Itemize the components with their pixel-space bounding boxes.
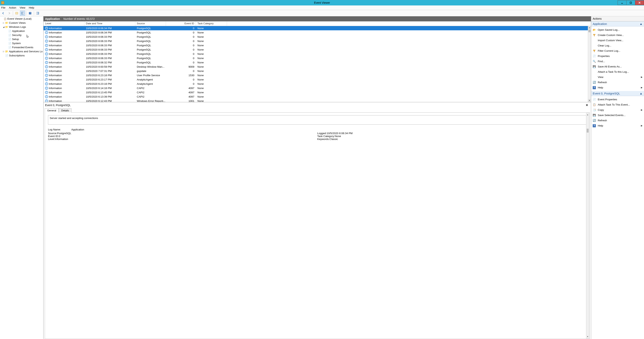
tree-security[interactable]: Security [0, 33, 43, 37]
back-button[interactable] [1, 11, 6, 16]
column-level[interactable]: Level [44, 22, 84, 26]
section-title: Event 0, PostgreSQL [593, 92, 620, 95]
close-button[interactable] [635, 0, 644, 5]
cell-source: Desktop Window Man... [135, 65, 166, 68]
scroll-thumb[interactable] [588, 30, 590, 32]
event-row[interactable]: iInformation10/5/2020 8:06:34 PMPostgreS… [44, 30, 591, 34]
event-row[interactable]: iInformation10/5/2020 8:06:33 PMPostgreS… [44, 56, 591, 60]
tree-setup[interactable]: Setup [0, 37, 43, 41]
tab-details[interactable]: Details [59, 108, 72, 112]
grid-scrollbar[interactable]: ▲ ▼ [588, 26, 591, 102]
action-label: Open Saved Log... [598, 28, 620, 31]
menu-file[interactable]: File [1, 6, 6, 9]
action-item[interactable]: View▶ [591, 74, 644, 80]
cell-level: Information [49, 78, 62, 81]
tree-subscriptions[interactable]: Subscriptions [0, 54, 43, 58]
detail-scrollbar[interactable]: ▲ ▼ [586, 113, 589, 338]
action-item[interactable]: Create Custom View... [591, 32, 644, 38]
detail-close-button[interactable]: ✕ [584, 104, 590, 107]
info-icon: i [45, 82, 48, 85]
event-row[interactable]: iInformation10/5/2020 8:06:33 PMPostgreS… [44, 48, 591, 52]
event-row[interactable]: iInformation10/5/2020 7:07:31 PMgupdate0… [44, 69, 591, 73]
tree-system[interactable]: System [0, 41, 43, 45]
tree-application[interactable]: Application [0, 29, 43, 33]
event-row[interactable]: iInformation10/5/2020 8:06:32 PMPostgreS… [44, 60, 591, 64]
collapse-icon[interactable]: ◢ [2, 26, 5, 28]
tree-apps-services[interactable]: ▷ Applications and Services Lo [0, 49, 43, 54]
action-item[interactable]: 📋Attach Task To This Event... [591, 102, 644, 107]
cell-source: Windows Error Reporti... [135, 100, 166, 102]
menu-help[interactable]: Help [29, 6, 34, 9]
action-item[interactable]: ?Help▶ [591, 123, 644, 128]
help-button[interactable]: ? [28, 11, 33, 16]
tree-forwarded-events[interactable]: Forwarded Events [0, 45, 43, 49]
show-actions-button[interactable] [35, 11, 40, 16]
event-row[interactable]: iInformation10/5/2020 6:13:39 PMCAPI2409… [44, 94, 591, 99]
action-item[interactable]: 📄Properties [591, 54, 644, 59]
column-event-id[interactable]: Event ID [166, 22, 196, 26]
tree-custom-views[interactable]: ▷ Custom Views [0, 21, 43, 25]
event-row[interactable]: iInformation10/5/2020 8:06:33 PMPostgreS… [44, 43, 591, 48]
action-item[interactable]: 🔄Refresh [591, 118, 644, 123]
cell-event-id: 0 [166, 48, 196, 51]
expand-icon[interactable]: ▷ [2, 50, 5, 52]
column-date[interactable]: Date and Time [84, 22, 135, 26]
event-row[interactable]: iInformation10/5/2020 8:00:59 PMDesktop … [44, 64, 591, 69]
action-item[interactable]: 📄Event Properties [591, 97, 644, 102]
cell-event-id: 0 [166, 78, 196, 81]
action-item[interactable]: ?Help▶ [591, 85, 644, 90]
column-task[interactable]: Task Category [196, 22, 227, 26]
action-icon [593, 70, 596, 74]
cell-level: Information [49, 48, 62, 51]
action-item[interactable]: 💾Save All Events As... [591, 64, 644, 69]
action-icon: 🔄 [593, 81, 596, 84]
properties-button[interactable] [14, 11, 19, 16]
maximize-button[interactable] [626, 0, 635, 5]
menu-view[interactable]: View [20, 6, 25, 9]
show-tree-button[interactable] [20, 11, 25, 16]
menu-action[interactable]: Action [9, 6, 16, 9]
event-row[interactable]: iInformation10/5/2020 6:12:43 PMWindows … [44, 99, 591, 102]
help-icon: ? [593, 124, 596, 127]
event-row[interactable]: iInformation10/5/2020 6:14:16 PMCAPI2409… [44, 86, 591, 90]
collapse-icon[interactable]: ▲ [640, 22, 642, 26]
action-item[interactable]: Import Custom View... [591, 38, 644, 43]
column-source[interactable]: Source [135, 22, 166, 26]
event-row[interactable]: iInformation10/5/2020 6:13:45 PMCAPI2409… [44, 90, 591, 94]
scroll-thumb[interactable] [587, 129, 588, 132]
minimize-button[interactable] [618, 0, 626, 5]
tree-windows-logs[interactable]: ◢ Windows Logs [0, 25, 43, 29]
scroll-down-icon[interactable]: ▼ [588, 99, 591, 102]
collapse-icon[interactable]: ▲ [640, 92, 642, 95]
action-item[interactable]: 📂Open Saved Log... [591, 27, 644, 32]
tree-root[interactable]: Event Viewer (Local) [0, 17, 43, 21]
action-item[interactable]: 🔄Refresh [591, 80, 644, 85]
value-level: Information [55, 138, 68, 140]
expand-icon[interactable]: ▷ [2, 22, 5, 24]
scroll-up-icon[interactable]: ▲ [586, 113, 589, 116]
forward-button[interactable] [6, 11, 12, 16]
cell-date: 10/5/2020 8:06:32 PM [84, 61, 135, 64]
action-item[interactable]: 🔍Find... [591, 59, 644, 64]
action-item[interactable]: Filter Current Log... [591, 48, 644, 54]
cell-event-id: 0 [166, 57, 196, 60]
event-row[interactable]: iInformation10/5/2020 6:23:17 PMAnalytic… [44, 77, 591, 82]
action-item[interactable]: 💾Save Selected Events... [591, 112, 644, 118]
action-item[interactable]: 📑Copy▶ [591, 107, 644, 112]
tree-item-label: Applications and Services Lo [9, 50, 42, 53]
scroll-up-icon[interactable]: ▲ [588, 26, 591, 29]
tab-general[interactable]: General [45, 108, 59, 112]
action-item[interactable]: Attach a Task To this Log... [591, 69, 644, 74]
scroll-down-icon[interactable]: ▼ [586, 335, 589, 338]
event-row[interactable]: iInformation10/5/2020 8:06:33 PMPostgreS… [44, 39, 591, 43]
event-row[interactable]: iInformation10/5/2020 8:06:33 PMPostgreS… [44, 52, 591, 56]
event-row[interactable]: iInformation10/5/2020 8:06:33 PMPostgreS… [44, 34, 591, 39]
cell-task: None [196, 36, 227, 38]
folder-icon [5, 26, 8, 28]
action-item[interactable]: Clear Log... [591, 43, 644, 48]
event-row[interactable]: iInformation10/5/2020 6:23:16 PMAnalytic… [44, 82, 591, 86]
event-row[interactable]: iInformation10/5/2020 6:23:16 PMUser Pro… [44, 73, 591, 77]
cell-level: Information [49, 74, 62, 77]
event-row[interactable]: iInformation10/5/2020 8:06:34 PMPostgreS… [44, 26, 591, 30]
info-icon: i [45, 78, 48, 81]
